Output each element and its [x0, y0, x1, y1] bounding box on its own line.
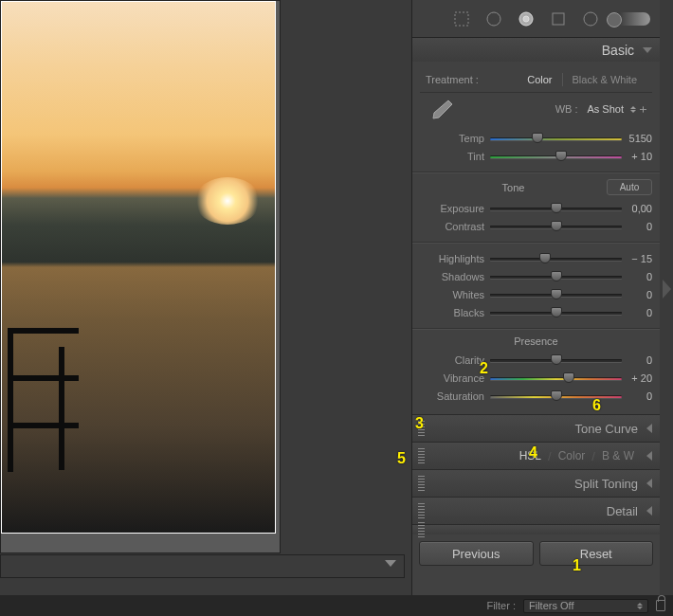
saturation-slider[interactable]	[490, 390, 622, 403]
chevron-down-icon	[385, 560, 396, 567]
tint-value[interactable]: + 10	[622, 151, 652, 162]
tint-slider[interactable]	[490, 150, 622, 163]
svg-rect-0	[455, 12, 468, 26]
exposure-slider[interactable]	[490, 202, 622, 215]
blacks-slider[interactable]	[490, 306, 622, 319]
exposure-value[interactable]: 0,00	[622, 203, 652, 214]
vibrance-value[interactable]: + 20	[622, 372, 652, 384]
basic-panel: Basic Treatment : Color Black & White WB…	[412, 38, 660, 415]
treatment-row: Treatment : Color Black & White	[420, 67, 652, 93]
panel-switch-icon[interactable]	[418, 503, 425, 519]
chevron-down-icon	[643, 47, 652, 53]
panel-switch-icon[interactable]	[418, 522, 425, 538]
radial-filter-icon[interactable]	[578, 7, 603, 31]
svg-point-1	[487, 12, 500, 26]
treatment-label: Treatment :	[426, 74, 479, 85]
chevron-left-icon	[646, 424, 652, 433]
tone-section: ToneAuto	[420, 179, 652, 195]
graduated-filter-icon[interactable]	[546, 7, 571, 31]
panel-expand-arrow-icon[interactable]	[663, 280, 671, 299]
svg-rect-4	[553, 13, 564, 25]
wb-label: WB :	[555, 103, 578, 115]
wb-dropdown[interactable]: As Shot	[587, 103, 646, 115]
auto-tone-button[interactable]: Auto	[607, 179, 652, 195]
lock-icon[interactable]	[656, 600, 665, 611]
photo-content	[2, 320, 82, 472]
highlights-slider[interactable]	[490, 252, 622, 265]
white-balance-row: WB : As Shot	[420, 93, 652, 129]
spot-removal-icon[interactable]	[482, 7, 506, 31]
panel-switch-icon[interactable]	[418, 421, 425, 437]
photo-preview[interactable]	[1, 1, 276, 534]
filter-label: Filter :	[486, 600, 516, 611]
eyedropper-icon[interactable]	[426, 97, 458, 121]
shadows-slider[interactable]	[490, 270, 622, 283]
presence-section: Presence	[420, 335, 652, 347]
reset-button[interactable]: Reset	[539, 541, 654, 566]
contrast-value[interactable]: 0	[622, 221, 652, 232]
previous-button[interactable]: Previous	[419, 541, 534, 566]
detail-panel-header[interactable]: Detail	[412, 498, 660, 524]
treatment-color[interactable]: Color	[518, 72, 561, 87]
chevron-left-icon	[646, 479, 652, 488]
action-buttons: Previous Reset	[412, 534, 660, 572]
annotation-5: 5	[397, 450, 406, 467]
tool-strip	[412, 0, 660, 38]
svg-point-5	[584, 12, 597, 26]
treatment-bw[interactable]: Black & White	[563, 72, 646, 87]
panel-title: Basic	[602, 43, 634, 58]
filter-dropdown[interactable]: Filters Off	[523, 599, 648, 613]
highlights-value[interactable]: − 15	[622, 253, 652, 264]
chevron-left-icon	[646, 506, 652, 516]
saturation-value[interactable]: 0	[622, 390, 652, 402]
crop-tool-icon[interactable]	[449, 7, 474, 31]
truncated-panel-header[interactable]	[412, 525, 660, 534]
tone-curve-panel-header[interactable]: Tone Curve	[412, 415, 660, 442]
temp-value[interactable]: 5150	[622, 133, 652, 144]
temp-slider[interactable]	[490, 132, 622, 145]
clarity-value[interactable]: 0	[622, 354, 652, 366]
panel-switch-icon[interactable]	[418, 448, 425, 464]
hsl-panel-header[interactable]: HSL/ Color/ B & W	[412, 443, 660, 469]
svg-point-3	[523, 16, 529, 22]
develop-right-panel: Basic Treatment : Color Black & White WB…	[411, 0, 660, 595]
blacks-value[interactable]: 0	[622, 307, 652, 318]
panel-switch-icon[interactable]	[418, 476, 425, 492]
image-preview-area	[0, 0, 281, 553]
contrast-slider[interactable]	[490, 220, 622, 233]
chevron-left-icon	[646, 451, 652, 461]
filmstrip-collapse-bar[interactable]	[0, 554, 405, 578]
whites-slider[interactable]	[490, 288, 622, 301]
whites-value[interactable]: 0	[622, 289, 652, 300]
shadows-value[interactable]: 0	[622, 271, 652, 282]
basic-panel-header[interactable]: Basic	[412, 38, 660, 62]
adjustment-brush-icon[interactable]	[610, 12, 650, 26]
split-toning-panel-header[interactable]: Split Toning	[412, 470, 660, 497]
filter-bar: Filter : Filters Off	[0, 595, 673, 616]
clarity-slider[interactable]	[490, 353, 622, 367]
vibrance-slider[interactable]	[490, 371, 622, 385]
redeye-tool-icon[interactable]	[514, 7, 538, 31]
